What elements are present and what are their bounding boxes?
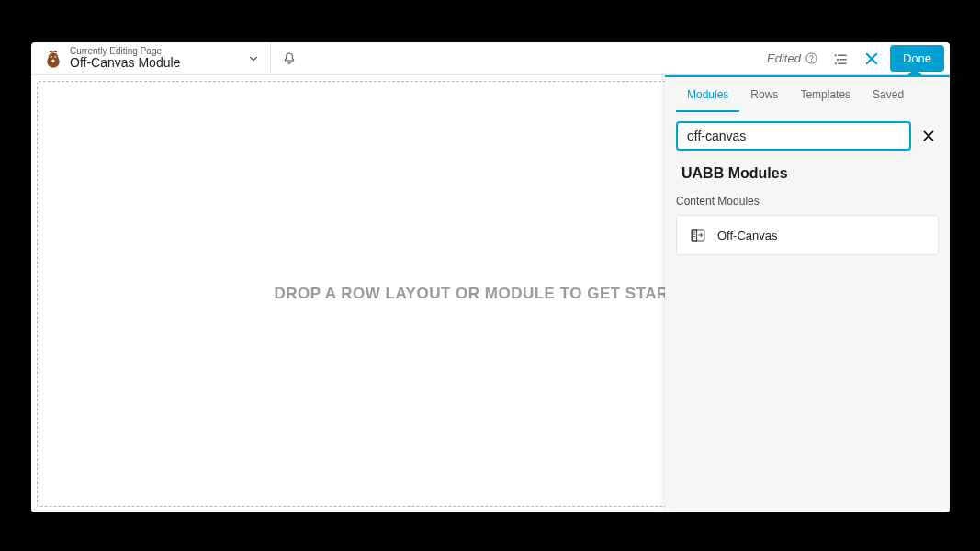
page-context: Currently Editing Page Off-Canvas Module: [70, 47, 180, 70]
svg-point-5: [55, 56, 56, 57]
panel-tabs: Modules Rows Templates Saved: [665, 77, 950, 112]
outline-button[interactable]: [828, 46, 853, 72]
tab-modules[interactable]: Modules: [676, 81, 739, 112]
module-off-canvas[interactable]: Off-Canvas: [676, 215, 939, 255]
tab-rows[interactable]: Rows: [739, 81, 789, 112]
svg-rect-20: [692, 230, 696, 241]
tab-templates[interactable]: Templates: [789, 81, 862, 112]
svg-point-11: [837, 58, 839, 60]
module-label: Off-Canvas: [717, 229, 778, 242]
svg-point-9: [835, 54, 837, 56]
edited-status: Edited: [767, 51, 818, 65]
drop-message: DROP A ROW LAYOUT OR MODULE TO GET START…: [274, 285, 706, 303]
beaver-logo: [42, 48, 64, 70]
outline-icon: [832, 51, 849, 67]
close-icon: [863, 51, 880, 67]
close-icon: [921, 129, 936, 143]
tab-saved[interactable]: Saved: [862, 81, 915, 112]
svg-rect-6: [52, 59, 55, 62]
search-input[interactable]: [676, 121, 911, 151]
svg-point-4: [51, 56, 51, 57]
bell-icon: [282, 51, 297, 66]
results-section-title: UABB Modules: [665, 156, 950, 186]
notifications-button[interactable]: [273, 42, 306, 75]
divider: [270, 42, 271, 75]
svg-point-8: [811, 61, 812, 62]
results-group-label: Content Modules: [665, 186, 950, 215]
page-title: Off-Canvas Module: [70, 56, 180, 70]
help-icon[interactable]: [805, 51, 818, 65]
clear-search-button[interactable]: [918, 126, 939, 146]
chevron-down-icon: [247, 52, 260, 65]
edited-label: Edited: [767, 51, 801, 65]
content-panel: Modules Rows Templates Saved UABB Module…: [665, 75, 950, 512]
page-dropdown-toggle[interactable]: [239, 44, 268, 73]
svg-point-13: [835, 62, 837, 64]
app-window: Currently Editing Page Off-Canvas Module…: [31, 42, 950, 512]
top-bar: Currently Editing Page Off-Canvas Module…: [31, 42, 950, 75]
content-panel-toggle[interactable]: [859, 46, 884, 72]
offcanvas-icon: [690, 227, 706, 243]
